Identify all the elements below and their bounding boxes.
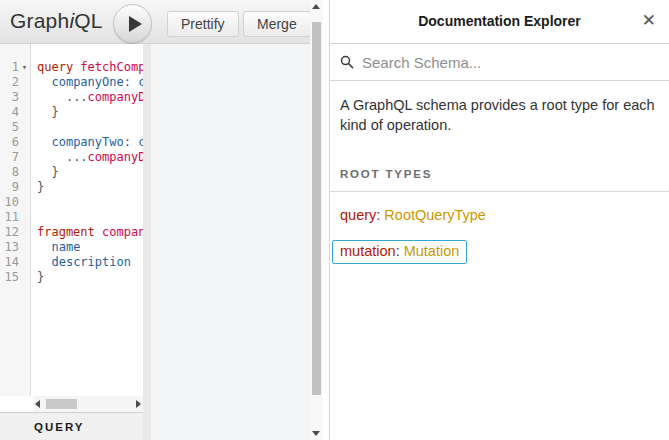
field-name: mutation: [340, 243, 396, 259]
vertical-scrollbar-thumb[interactable]: [312, 22, 321, 395]
doc-explorer-body: A GraphQL schema provides a root type fo…: [330, 95, 669, 264]
scroll-left-arrow-icon[interactable]: [33, 396, 44, 412]
code-line: companyTwo: c: [37, 135, 143, 150]
line-number: 12: [0, 225, 30, 240]
editor-divider: [143, 44, 151, 440]
schema-search-bar: [330, 44, 669, 81]
type-name-link[interactable]: RootQueryType: [384, 207, 486, 223]
line-number: 3: [0, 90, 30, 105]
doc-explorer-header: Documentation Explorer ✕: [330, 0, 669, 44]
code-line: }: [37, 180, 143, 195]
query-variables-header[interactable]: QUERY: [0, 412, 143, 440]
code-line: [37, 210, 143, 225]
code-line: ...companyD: [37, 90, 143, 105]
line-number: 10: [0, 195, 30, 210]
line-number: 6: [0, 135, 30, 150]
code-line: query fetchComp: [37, 60, 143, 75]
line-number: 11: [0, 210, 30, 225]
line-number: 2: [0, 75, 30, 90]
line-number: 7: [0, 150, 30, 165]
divider: [330, 191, 669, 192]
schema-intro-text: A GraphQL schema provides a root type fo…: [340, 95, 658, 135]
line-number: 14: [0, 255, 30, 270]
fold-arrow-icon[interactable]: ▾: [19, 60, 30, 75]
query-editor[interactable]: query fetchComp companyOne: c ...company…: [31, 44, 143, 396]
code-line: }: [37, 165, 143, 180]
line-number: 4: [0, 105, 30, 120]
code-line: }: [37, 105, 143, 120]
line-number: 5: [0, 120, 30, 135]
execute-button[interactable]: [113, 4, 152, 43]
merge-button[interactable]: Merge: [243, 11, 311, 37]
scroll-right-arrow-icon[interactable]: [132, 396, 143, 412]
documentation-explorer: Documentation Explorer ✕ A GraphQL schem…: [329, 0, 669, 440]
close-icon[interactable]: ✕: [642, 10, 656, 32]
result-pane: [151, 44, 310, 440]
code-line: [37, 120, 143, 135]
doc-explorer-title: Documentation Explorer: [330, 13, 669, 29]
app-logo: GraphiQL: [10, 9, 103, 33]
search-icon: [340, 55, 354, 69]
horizontal-scrollbar-thumb[interactable]: [46, 399, 77, 409]
editor-horizontal-scrollbar: [33, 396, 143, 412]
line-number: 13: [0, 240, 30, 255]
code-line: fragment compan: [37, 225, 143, 240]
doc-item-mutation[interactable]: mutation: Mutation: [332, 240, 467, 264]
line-number: 1▾: [0, 60, 30, 75]
code-line: [37, 195, 143, 210]
page-vertical-scrollbar: [310, 0, 323, 440]
scroll-down-arrow-icon[interactable]: [310, 426, 323, 440]
type-name-link[interactable]: Mutation: [404, 243, 460, 259]
graphiql-app: GraphiQL Prettify Merge 1▾23456789101112…: [0, 0, 669, 440]
code-line: ...companyD: [37, 150, 143, 165]
line-number: 8: [0, 165, 30, 180]
root-types-heading: ROOT TYPES: [340, 168, 659, 180]
line-number: 15: [0, 270, 30, 285]
play-icon: [129, 16, 142, 32]
search-input[interactable]: [362, 54, 652, 71]
prettify-button[interactable]: Prettify: [167, 11, 239, 37]
toolbar: GraphiQL Prettify Merge: [0, 0, 310, 44]
code-line: description: [37, 255, 143, 270]
scroll-up-arrow-icon[interactable]: [310, 0, 323, 14]
code-line: name: [37, 240, 143, 255]
field-name: query: [340, 207, 376, 223]
root-types-list: query: RootQueryTypemutation: Mutation: [340, 205, 659, 264]
code-line: companyOne: c: [37, 75, 143, 90]
colon: :: [396, 243, 404, 259]
editor-gutter: 1▾23456789101112131415: [0, 44, 31, 396]
code-line: }: [37, 270, 143, 285]
line-number: 9: [0, 180, 30, 195]
doc-item-query[interactable]: query: RootQueryType: [340, 205, 486, 227]
